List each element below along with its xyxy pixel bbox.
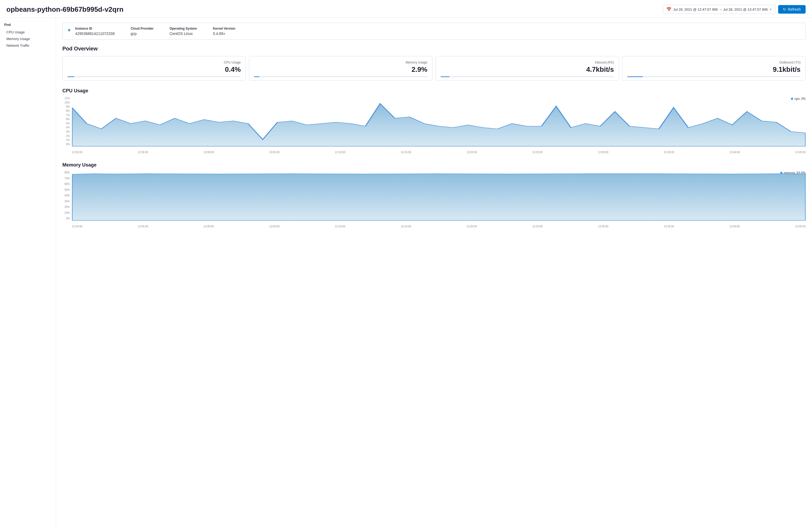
metric-card-inbound-bar [441,76,614,77]
sidebar-item-network-traffic[interactable]: Network Traffic [4,42,52,49]
memory-x-axis: 12:50:00 12:55:00 13:00:00 13:05:00 13:1… [72,225,806,228]
cpu-y-label-0: 0% [62,143,71,146]
meta-field-kernel: Kernel Version 5.4.89+ [213,27,235,36]
metric-card-memory-bar [254,76,427,77]
cpu-chart-title: CPU Usage [62,88,806,94]
meta-field-os: Operating System CentOS Linux [170,27,197,36]
memory-y-label-10: 10% [62,211,71,214]
cpu-y-label-6: 6% [62,118,71,121]
svg-marker-1 [72,174,806,220]
metric-card-cpu-bar [68,76,241,77]
cpu-y-label-11: 11% [62,97,71,100]
pod-overview-title: Pod Overview [62,46,806,52]
metric-card-inbound: Inbound (RX) 4.7kbit/s [436,56,619,81]
cpu-x-label-11: 13:45:00 [795,151,806,154]
memory-chart-section: Memory Usage memory 83.6% 80% 70% 60% 50… [62,162,806,228]
memory-x-label-6: 13:20:00 [466,225,477,228]
date-range-button[interactable]: 📅 Jul 28, 2021 @ 12:47:07.906 → Jul 28, … [663,5,775,14]
memory-chart-svg [72,171,806,224]
memory-x-label-7: 13:25:00 [532,225,542,228]
cpu-y-label-2: 2% [62,135,71,137]
metric-card-inbound-label: Inbound (RX) [441,60,614,64]
memory-y-label-50: 50% [62,189,71,191]
meta-fields: Instance ID 4295368814211072338 Cloud Pr… [75,27,235,36]
memory-chart-inner-wrapper: 80% 70% 60% 50% 40% 30% 20% 10% 0% [62,171,806,228]
top-controls: 📅 Jul 28, 2021 @ 12:47:07.906 → Jul 28, … [663,5,806,14]
metric-card-outbound-label: Outbound (TX) [627,60,800,64]
cpu-y-label-10: 10% [62,101,71,104]
sidebar-item-memory-usage[interactable]: Memory Usage [4,36,52,42]
metric-card-outbound: Outbound (TX) 9.1kbit/s [622,56,806,81]
cpu-x-label-5: 13:15:00 [401,151,411,154]
metric-card-outbound-bar-fill [627,76,643,77]
memory-y-label-60: 60% [62,183,71,185]
metric-card-cpu: CPU Usage 0.4% [62,56,246,81]
memory-x-label-11: 13:45:00 [795,225,806,228]
cpu-chart-inner-wrapper: 11% 10% 9% 8% 7% 6% 5% 4% 3% 2% 1% 0% [62,97,806,154]
memory-x-label-2: 13:00:00 [203,225,214,228]
memory-y-label-0: 0% [62,217,71,220]
memory-x-label-5: 13:15:00 [401,225,411,228]
top-bar: opbeans-python-69b67b995d-v2qrn 📅 Jul 28… [0,0,812,18]
cpu-y-label-9: 9% [62,105,71,108]
metric-card-cpu-label: CPU Usage [68,60,241,64]
memory-x-label-8: 13:30:00 [598,225,608,228]
meta-field-instance-id: Instance ID 4295368814211072338 [75,27,115,36]
main-content: ▾ Instance ID 4295368814211072338 Cloud … [56,18,812,530]
cpu-y-label-7: 7% [62,114,71,117]
cpu-chart-section: CPU Usage cpu 2% 11% 10% 9% 8% 7% 6% [62,88,806,154]
metric-card-outbound-value: 9.1kbit/s [627,65,800,74]
cpu-x-label-9: 13:35:00 [664,151,674,154]
memory-chart-title: Memory Usage [62,162,806,168]
memory-x-label-4: 13:10:00 [335,225,346,228]
cpu-x-label-4: 13:10:00 [335,151,346,154]
memory-x-label-0: 12:50:00 [72,225,82,228]
pod-overview-section: Pod Overview CPU Usage 0.4% Memory Usage… [62,46,806,81]
sidebar-item-cpu-usage[interactable]: CPU Usage [4,29,52,36]
memory-y-label-20: 20% [62,206,71,208]
metric-card-outbound-bar [627,76,800,77]
memory-y-label-40: 40% [62,194,71,197]
metric-card-inbound-value: 4.7kbit/s [441,65,614,74]
meta-toggle-icon[interactable]: ▾ [68,27,70,33]
memory-y-axis: 80% 70% 60% 50% 40% 30% 20% 10% 0% [62,171,72,228]
cpu-x-axis: 12:50:00 12:55:00 13:00:00 13:05:00 13:1… [72,151,806,154]
cpu-x-label-2: 13:00:00 [203,151,214,154]
cpu-y-label-3: 3% [62,130,71,133]
memory-x-label-9: 13:35:00 [664,225,674,228]
calendar-icon: 📅 [666,7,671,12]
memory-x-label-3: 13:05:00 [269,225,280,228]
page-title: opbeans-python-69b67b995d-v2qrn [6,5,124,14]
refresh-label: Refresh [788,7,801,12]
memory-chart-container: memory 83.6% 80% 70% 60% 50% 40% 30% 20%… [62,171,806,228]
cpu-chart-svg [72,97,806,150]
cpu-y-label-5: 5% [62,122,71,125]
refresh-button[interactable]: ↻ Refresh [778,5,806,14]
sidebar-section-title: Pod [4,23,52,27]
memory-x-label-1: 12:55:00 [138,225,148,228]
refresh-icon: ↻ [783,7,786,12]
sidebar: Pod CPU Usage Memory Usage Network Traff… [0,18,56,530]
cpu-x-label-10: 13:40:00 [729,151,740,154]
metric-card-memory-label: Memory Usage [254,60,427,64]
cpu-x-label-6: 13:20:00 [466,151,477,154]
memory-x-label-10: 13:40:00 [729,225,740,228]
memory-chart-svg-area: 12:50:00 12:55:00 13:00:00 13:05:00 13:1… [72,171,806,228]
memory-y-label-80: 80% [62,171,71,174]
layout: Pod CPU Usage Memory Usage Network Traff… [0,18,812,530]
memory-y-label-70: 70% [62,177,71,180]
metric-card-memory-value: 2.9% [254,65,427,74]
meta-field-cloud-provider: Cloud Provider gcp [131,27,154,36]
chevron-down-icon: ▾ [770,8,771,11]
metric-card-memory-bar-fill [254,76,259,77]
cpu-x-label-3: 13:05:00 [269,151,280,154]
metric-card-cpu-bar-fill [68,76,74,77]
cpu-x-label-7: 13:25:00 [532,151,542,154]
metric-card-inbound-bar-fill [441,76,449,77]
metric-card-cpu-value: 0.4% [68,65,241,74]
cpu-x-label-0: 12:50:00 [72,151,82,154]
cpu-x-label-1: 12:55:00 [138,151,148,154]
cpu-x-label-8: 13:30:00 [598,151,608,154]
svg-marker-0 [72,103,806,146]
meta-bar: ▾ Instance ID 4295368814211072338 Cloud … [62,23,806,40]
